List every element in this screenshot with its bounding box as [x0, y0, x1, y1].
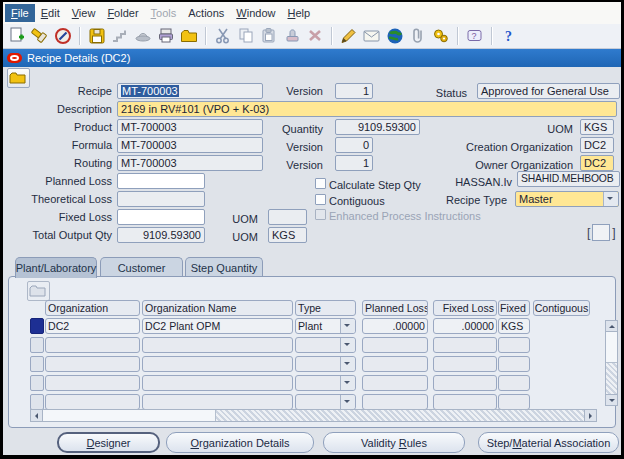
folder-tools-icon[interactable]: [431, 26, 451, 46]
menu-window[interactable]: Window: [230, 4, 281, 22]
owner-org-field[interactable]: DC2: [580, 155, 614, 171]
switch-responsibility-icon[interactable]: [133, 26, 153, 46]
help-icon[interactable]: ?: [499, 26, 519, 46]
formula-version-field[interactable]: 0: [335, 137, 373, 153]
scroll-right-button[interactable]: [584, 409, 597, 422]
routing-version-field[interactable]: 1: [335, 155, 373, 171]
cell-organization-name[interactable]: [142, 394, 293, 410]
tab-plant-laboratory[interactable]: Plant/Laboratory: [15, 257, 97, 278]
folder-tools-button-2[interactable]: [27, 281, 50, 301]
step-material-association-button[interactable]: Step/Material Association: [478, 432, 619, 453]
organization-details-button[interactable]: Organization Details: [166, 432, 314, 453]
cell-planned-loss[interactable]: [362, 375, 428, 391]
edit-field-icon[interactable]: [339, 26, 359, 46]
uom-field[interactable]: KGS: [580, 119, 614, 135]
cell-organization[interactable]: [45, 394, 140, 410]
fixed-uom-field[interactable]: [268, 209, 307, 225]
user-field[interactable]: SHAHID.MEHBOOB: [517, 171, 620, 187]
description-field[interactable]: 2169 in RV#101 (VPO + K-03): [117, 101, 617, 117]
cell-organization[interactable]: [45, 375, 140, 391]
routing-field[interactable]: MT-700003: [117, 155, 263, 171]
record-selector[interactable]: [30, 394, 44, 410]
scroll-down-button[interactable]: [605, 394, 618, 406]
scroll-up-button[interactable]: [605, 320, 618, 332]
cell-organization-name[interactable]: DC2 Plant OPM: [142, 318, 293, 334]
record-selector[interactable]: [30, 375, 44, 391]
horizontal-scrollbar[interactable]: [30, 409, 597, 422]
cell-type[interactable]: [295, 375, 356, 391]
cell-fixed-loss[interactable]: [433, 375, 497, 391]
save-icon[interactable]: [87, 26, 107, 46]
window-help-icon[interactable]: ?: [465, 26, 485, 46]
globe-icon[interactable]: [385, 26, 405, 46]
tab-customer[interactable]: Customer: [100, 257, 183, 277]
cell-fixed-loss[interactable]: .00000: [433, 318, 497, 334]
type-dropdown-arrow[interactable]: [340, 357, 355, 371]
col-header-fixed-loss[interactable]: Fixed Loss: [433, 300, 497, 316]
cell-fixed-loss-uom[interactable]: [498, 375, 530, 391]
contiguous-checkbox[interactable]: [315, 194, 326, 205]
menu-help[interactable]: Help: [281, 4, 316, 22]
creation-org-field[interactable]: DC2: [580, 137, 614, 153]
cell-fixed-loss-uom[interactable]: KGS: [498, 318, 530, 334]
cell-planned-loss[interactable]: .00000: [362, 318, 428, 334]
col-header-contiguous[interactable]: Contiguous: [533, 300, 590, 316]
calculate-step-qty-checkbox[interactable]: [315, 178, 326, 189]
cell-fixed-loss[interactable]: [433, 394, 497, 410]
cell-planned-loss[interactable]: [362, 394, 428, 410]
cell-planned-loss[interactable]: [362, 356, 428, 372]
type-dropdown-arrow[interactable]: [340, 376, 355, 390]
menu-file[interactable]: File: [5, 4, 35, 22]
col-header-planned-loss[interactable]: Planned Loss: [362, 300, 428, 316]
cell-fixed-loss-uom[interactable]: [498, 394, 530, 410]
cell-organization[interactable]: [45, 337, 140, 353]
find-icon[interactable]: [30, 26, 50, 46]
menu-actions[interactable]: Actions: [182, 4, 230, 22]
recipe-type-dropdown-arrow[interactable]: [603, 192, 618, 206]
cell-organization[interactable]: DC2: [45, 318, 140, 334]
col-header-type[interactable]: Type: [295, 300, 356, 316]
cell-organization[interactable]: [45, 356, 140, 372]
type-dropdown-arrow[interactable]: [340, 319, 355, 333]
record-selector[interactable]: [30, 337, 44, 353]
cell-type[interactable]: [295, 394, 356, 410]
scrollbar-thumb[interactable]: [43, 410, 216, 421]
cell-fixed-loss-uom[interactable]: [498, 337, 530, 353]
menu-view[interactable]: View: [66, 4, 102, 22]
cell-type[interactable]: Plant: [295, 318, 356, 334]
menu-folder[interactable]: Folder: [101, 4, 144, 22]
cell-type[interactable]: [295, 337, 356, 353]
quantity-field[interactable]: 9109.59300: [335, 119, 420, 135]
recipe-field[interactable]: MT-700003: [117, 83, 263, 99]
type-dropdown-arrow[interactable]: [340, 395, 355, 409]
cell-organization-name[interactable]: [142, 356, 293, 372]
close-form-icon[interactable]: [179, 26, 199, 46]
attachments-icon[interactable]: [408, 26, 428, 46]
cell-fixed-loss-uom[interactable]: [498, 356, 530, 372]
formula-field[interactable]: MT-700003: [117, 137, 263, 153]
recipe-version-field[interactable]: 1: [335, 83, 373, 99]
clear-record-icon[interactable]: [282, 26, 302, 46]
window-title-bar[interactable]: Recipe Details (DC2): [3, 49, 621, 67]
cell-organization-name[interactable]: [142, 337, 293, 353]
cell-fixed-loss[interactable]: [433, 337, 497, 353]
record-selector[interactable]: [30, 318, 44, 334]
col-header-organization-name[interactable]: Organization Name: [142, 300, 293, 316]
type-dropdown-arrow[interactable]: [340, 338, 355, 352]
vertical-scrollbar[interactable]: [605, 320, 618, 406]
translations-icon[interactable]: [362, 26, 382, 46]
cell-type[interactable]: [295, 356, 356, 372]
col-header-organization[interactable]: Organization: [45, 300, 140, 316]
validity-rules-button[interactable]: Validity Rules: [323, 432, 465, 453]
navigator-icon[interactable]: [53, 26, 73, 46]
total-uom-field[interactable]: KGS: [268, 227, 307, 243]
scrollbar-thumb[interactable]: [606, 332, 617, 363]
recipe-type-field[interactable]: Master: [515, 191, 619, 207]
menu-edit[interactable]: Edit: [35, 4, 66, 22]
cell-organization-name[interactable]: [142, 375, 293, 391]
planned-loss-field[interactable]: [117, 173, 205, 189]
product-field[interactable]: MT-700003: [117, 119, 263, 135]
theoretical-loss-field[interactable]: [117, 191, 205, 207]
designer-button[interactable]: Designer: [57, 432, 160, 453]
col-header-fixed-loss-uom[interactable]: Fixed L: [498, 300, 530, 316]
